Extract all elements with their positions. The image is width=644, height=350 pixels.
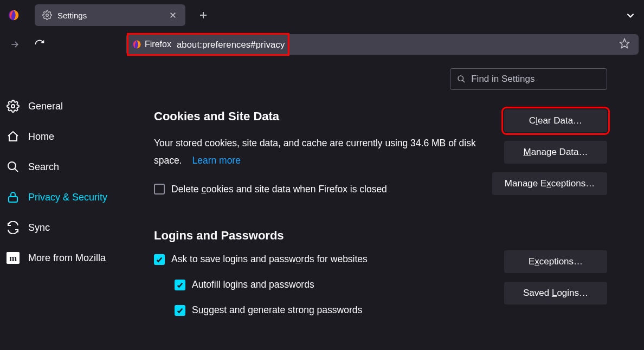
sidebar-item-privacy[interactable]: Privacy & Security <box>0 182 136 212</box>
forward-button[interactable] <box>5 35 24 54</box>
delete-on-close-checkbox-row[interactable]: Delete cookies and site data when Firefo… <box>154 184 481 195</box>
suggest-passwords-row[interactable]: Suggest and generate strong passwords <box>175 304 493 316</box>
bookmark-star-icon[interactable] <box>619 38 632 51</box>
search-icon <box>5 159 21 174</box>
url-identity: Firefox <box>132 40 171 49</box>
manage-data-button[interactable]: Manage Data… <box>504 141 607 164</box>
ask-save-logins-row[interactable]: Ask to save logins and passwords for web… <box>154 254 493 265</box>
sidebar-item-label: General <box>28 101 63 112</box>
sidebar-item-label: More from Mozilla <box>28 252 106 264</box>
autofill-logins-label: Autofill logins and passwords <box>192 279 314 290</box>
sidebar-item-home[interactable]: Home <box>0 121 136 152</box>
sidebar-item-search[interactable]: Search <box>0 152 136 182</box>
sidebar-item-label: Privacy & Security <box>28 192 107 203</box>
saved-logins-button[interactable]: Saved Logins… <box>504 282 607 304</box>
sidebar-item-more-mozilla[interactable]: m More from Mozilla <box>0 243 136 273</box>
ask-save-logins-label: Ask to save logins and passwords for web… <box>171 254 368 265</box>
home-icon <box>5 129 21 144</box>
autofill-logins-row[interactable]: Autofill logins and passwords <box>175 279 493 290</box>
reload-button[interactable] <box>30 35 49 54</box>
delete-on-close-label: Delete cookies and site data when Firefo… <box>171 184 387 195</box>
sidebar-item-label: Home <box>28 131 54 142</box>
suggest-passwords-label: Suggest and generate strong passwords <box>192 304 362 316</box>
svg-rect-6 <box>9 197 17 202</box>
sidebar-item-general[interactable]: General <box>0 91 136 121</box>
svg-point-7 <box>458 76 463 81</box>
manage-exceptions-button[interactable]: Manage Exceptions… <box>492 172 607 195</box>
sidebar-item-label: Search <box>28 161 59 173</box>
url-highlight-box: Firefox about:preferences#privacy <box>127 33 289 56</box>
logins-heading: Logins and Passwords <box>154 229 493 243</box>
navbar: Firefox about:preferences#privacy <box>0 30 644 59</box>
checkbox-unchecked[interactable] <box>154 184 165 195</box>
settings-main: Cookies and Site Data Your stored cookie… <box>136 59 644 350</box>
lock-icon <box>5 190 21 205</box>
new-tab-button[interactable] <box>194 6 212 24</box>
settings-search[interactable] <box>450 68 607 90</box>
mozilla-icon: m <box>5 250 21 265</box>
search-icon <box>457 74 466 84</box>
sync-icon <box>5 220 21 235</box>
sidebar: General Home Search Privacy & Security S… <box>0 59 136 350</box>
sidebar-item-sync[interactable]: Sync <box>0 212 136 243</box>
url-bar[interactable]: Firefox about:preferences#privacy <box>126 34 639 55</box>
tab-overflow-button[interactable] <box>621 6 640 24</box>
sidebar-item-label: Sync <box>28 222 50 234</box>
svg-marker-3 <box>620 39 629 48</box>
cookies-heading: Cookies and Site Data <box>154 109 481 124</box>
firefox-url-icon <box>132 40 141 49</box>
logins-exceptions-button[interactable]: Exceptions… <box>504 250 607 273</box>
tab-title: Settings <box>57 11 163 20</box>
tab-strip: Settings <box>0 0 644 30</box>
settings-search-input[interactable] <box>471 74 600 85</box>
gear-icon <box>5 99 21 114</box>
svg-point-1 <box>46 14 49 17</box>
checkbox-checked[interactable] <box>175 305 185 316</box>
checkbox-checked[interactable] <box>175 280 185 290</box>
checkbox-checked[interactable] <box>154 254 165 265</box>
close-tab-button[interactable] <box>168 10 178 20</box>
cookies-description: Your stored cookies, site data, and cach… <box>154 134 481 170</box>
url-label: Firefox <box>145 40 171 49</box>
learn-more-link[interactable]: Learn more <box>192 155 241 166</box>
svg-point-4 <box>11 105 15 108</box>
firefox-logo-icon <box>4 6 23 24</box>
browser-tab[interactable]: Settings <box>35 4 185 26</box>
url-path: about:preferences#privacy <box>177 40 285 50</box>
gear-icon <box>42 10 52 20</box>
clear-data-button[interactable]: Clear Data… <box>504 109 607 132</box>
content: General Home Search Privacy & Security S… <box>0 59 644 350</box>
svg-point-5 <box>8 162 16 170</box>
